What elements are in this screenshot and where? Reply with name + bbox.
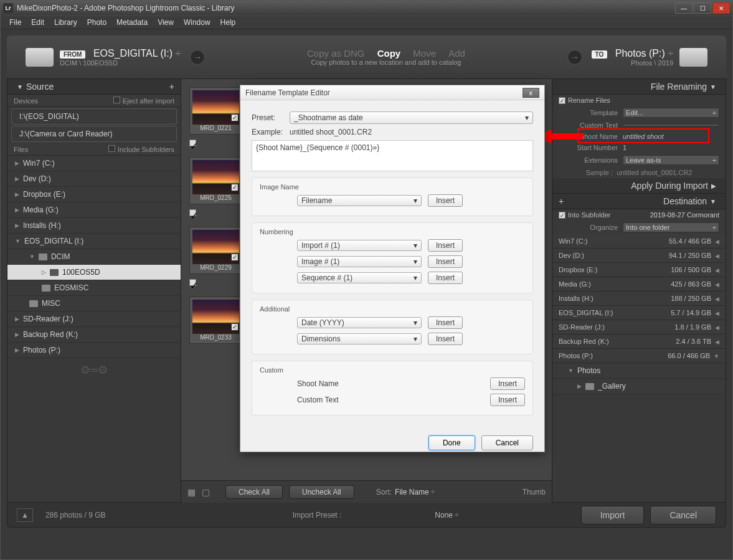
file-renaming-header[interactable]: File Renaming▼: [552, 79, 726, 95]
cancel-dialog-button[interactable]: Cancel: [481, 435, 533, 450]
drive-media[interactable]: ▶Media (G:): [7, 202, 181, 218]
expand-icon[interactable]: ▲: [17, 508, 33, 522]
import-preset-label: Import Preset :: [293, 511, 342, 520]
insert-button[interactable]: Insert: [490, 377, 525, 390]
subfolders-checkbox[interactable]: [108, 145, 115, 152]
folder-misc[interactable]: MISC: [7, 296, 181, 311]
folder-eosmisc[interactable]: EOSMISC: [7, 280, 181, 296]
menu-edit[interactable]: Edit: [26, 18, 49, 27]
to-drive[interactable]: Photos (P:): [615, 48, 665, 59]
drive-sdreader[interactable]: ▶SD-Reader (J:): [7, 311, 181, 327]
single-view-icon[interactable]: ▢: [202, 487, 210, 497]
insert-button[interactable]: Insert: [428, 255, 463, 268]
check-all-button[interactable]: Check All: [225, 485, 283, 499]
cancel-button[interactable]: Cancel: [650, 506, 716, 524]
dest-folder-photos[interactable]: ▼Photos: [552, 363, 726, 379]
close-button[interactable]: ✕: [712, 2, 730, 14]
import-button[interactable]: Import: [581, 506, 645, 524]
drive-win7[interactable]: ▶Win7 (C:): [7, 156, 181, 171]
maximize-button[interactable]: ☐: [694, 2, 711, 14]
dest-drive[interactable]: Photos (P:)66.0 / 466 GB▼: [552, 349, 726, 363]
filename-dropdown[interactable]: Filename▾: [297, 195, 422, 206]
row-check[interactable]: ✓: [189, 140, 196, 146]
sequence-num-dropdown[interactable]: Sequence # (1)▾: [297, 272, 422, 283]
custom-text-input[interactable]: [623, 124, 719, 126]
eject-checkbox[interactable]: [113, 97, 120, 103]
from-drive[interactable]: EOS_DIGITAL (I:): [93, 48, 173, 59]
into-subfolder-checkbox[interactable]: ✓: [559, 212, 565, 219]
rename-files-checkbox[interactable]: ✓: [559, 97, 565, 104]
menu-file[interactable]: File: [4, 18, 26, 27]
dest-drive-icon: [679, 48, 707, 67]
drive-eos[interactable]: ▼EOS_DIGITAL (I:): [7, 234, 181, 249]
menu-view[interactable]: View: [153, 18, 179, 27]
menu-library[interactable]: Library: [49, 18, 82, 27]
folder-100eos5d[interactable]: ▷100EOS5D: [7, 265, 181, 280]
extensions-dropdown[interactable]: Leave as-is÷: [623, 155, 719, 165]
dest-drive[interactable]: Media (G:)425 / 863 GB◀: [552, 277, 726, 292]
dest-drive[interactable]: SD-Reader (J:)1.8 / 1.9 GB◀: [552, 320, 726, 335]
thumb-3[interactable]: ✓MRD_0233: [189, 297, 242, 344]
subfolder-name[interactable]: 2019-08-27 Cormorant: [650, 211, 719, 219]
dest-folder-gallery[interactable]: ▶_Gallery: [552, 379, 726, 394]
menu-help[interactable]: Help: [215, 18, 241, 27]
arrow-right-icon[interactable]: →: [190, 50, 205, 65]
template-text-input[interactable]: {Shoot Name}_{Sequence # (0001)»}: [252, 140, 533, 171]
device-card-b[interactable]: J:\(Camera or Card Reader): [11, 126, 177, 142]
devices-label: Devices: [14, 97, 38, 105]
dest-drive[interactable]: Installs (H:)188 / 250 GB◀: [552, 292, 726, 306]
start-number[interactable]: 1: [623, 144, 719, 151]
from-pill: FROM: [60, 50, 85, 59]
menu-metadata[interactable]: Metadata: [111, 18, 153, 27]
destination-header[interactable]: +Destination▼: [552, 194, 726, 209]
titlebar: Lr MikeDixonPhoto-2 - Adobe Photoshop Li…: [1, 1, 732, 16]
drive-dev[interactable]: ▶Dev (D:): [7, 171, 181, 187]
thumb-2[interactable]: ✓MRD_0229: [189, 227, 242, 274]
dialog-close-button[interactable]: x: [523, 88, 540, 98]
mode-add[interactable]: Add: [448, 48, 465, 59]
dest-drive[interactable]: Dropbox (E:)106 / 500 GB◀: [552, 263, 726, 277]
arrow-right-icon-2[interactable]: →: [567, 50, 582, 65]
dest-drive[interactable]: Backup Red (K:)2.4 / 3.6 TB◀: [552, 335, 726, 349]
row-check[interactable]: ✓: [189, 209, 196, 216]
insert-button[interactable]: Insert: [428, 272, 463, 284]
insert-button[interactable]: Insert: [490, 394, 525, 406]
drive-backup[interactable]: ▶Backup Red (K:): [7, 327, 181, 343]
menu-photo[interactable]: Photo: [82, 18, 111, 27]
done-button[interactable]: Done: [428, 435, 475, 450]
device-card-a[interactable]: I:\(EOS_DIGITAL): [11, 108, 177, 125]
mode-copy-dng[interactable]: Copy as DNG: [307, 48, 365, 59]
minimize-button[interactable]: —: [675, 2, 693, 14]
drive-dropbox[interactable]: ▶Dropbox (E:): [7, 187, 181, 202]
row-check[interactable]: ✓: [189, 279, 196, 286]
menu-window[interactable]: Window: [179, 18, 215, 27]
insert-button[interactable]: Insert: [428, 333, 463, 345]
thumb-0[interactable]: ✓MRD_0221: [189, 87, 242, 135]
dimensions-dropdown[interactable]: Dimensions▾: [297, 333, 422, 344]
dest-drive[interactable]: Win7 (C:)55.4 / 466 GB◀: [552, 234, 726, 249]
mode-copy[interactable]: Copy: [377, 48, 401, 59]
drive-installs[interactable]: ▶Installs (H:): [7, 218, 181, 234]
drive-photos[interactable]: ▶Photos (P:): [7, 343, 181, 358]
mode-move[interactable]: Move: [413, 48, 436, 59]
insert-button[interactable]: Insert: [428, 316, 463, 329]
source-header[interactable]: ▼Source+: [7, 79, 181, 95]
sort-value[interactable]: File Name: [395, 488, 429, 496]
import-preset-value[interactable]: None: [435, 511, 453, 520]
dest-drive[interactable]: Dev (D:)94.1 / 250 GB◀: [552, 249, 726, 263]
import-num-dropdown[interactable]: Import # (1)▾: [297, 240, 422, 251]
grid-view-icon[interactable]: ▦: [187, 487, 196, 497]
apply-during-import-header[interactable]: Apply During Import▶: [552, 178, 726, 194]
image-num-dropdown[interactable]: Image # (1)▾: [297, 256, 422, 267]
folder-dcim[interactable]: ▼DCIM: [7, 249, 181, 265]
template-dropdown[interactable]: Edit...÷: [623, 108, 719, 118]
thumb-1[interactable]: ✓MRD_0225: [189, 157, 242, 204]
insert-button[interactable]: Insert: [428, 194, 463, 207]
to-pill: TO: [592, 50, 608, 59]
date-dropdown[interactable]: Date (YYYY)▾: [297, 317, 422, 328]
uncheck-all-button[interactable]: Uncheck All: [289, 485, 354, 499]
preset-dropdown[interactable]: _Shootname as date▾: [290, 112, 533, 124]
dest-drive[interactable]: EOS_DIGITAL (I:)5.7 / 14.9 GB◀: [552, 306, 726, 320]
insert-button[interactable]: Insert: [428, 239, 463, 252]
organize-dropdown[interactable]: Into one folder÷: [623, 222, 719, 232]
